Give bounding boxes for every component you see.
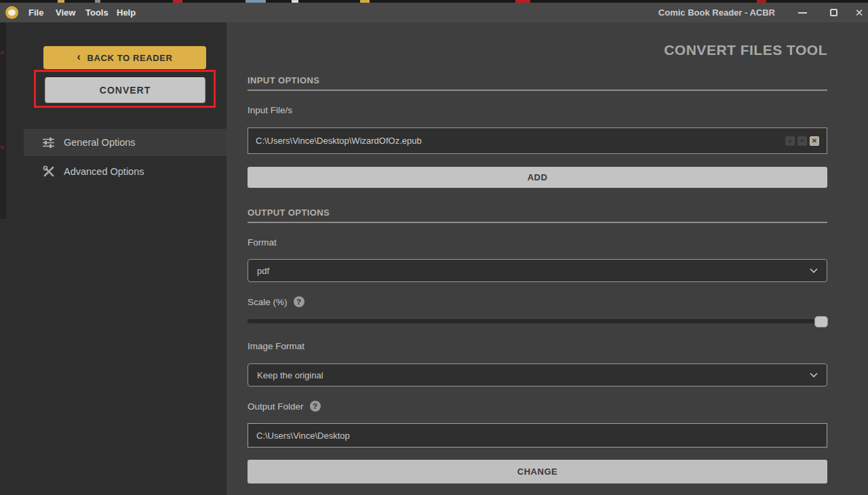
sidebar-item-label: General Options [64,137,136,148]
remove-icon: ✕ [812,137,817,144]
image-format-selected-value: Keep the original [257,370,323,380]
scale-help-icon[interactable]: ? [294,296,304,307]
input-file-item[interactable]: C:\Users\Vince\Desktop\WizardOfOz.epub [256,136,422,146]
sidebar-item-general-options[interactable]: General Options [24,129,226,156]
file-list-controls: ▲ ▼ ✕ [785,136,819,146]
menu-file[interactable]: File [28,3,43,22]
input-options-heading: INPUT OPTIONS [248,75,319,85]
back-to-reader-label: BACK TO READER [87,53,173,63]
menu-view[interactable]: View [56,3,75,22]
add-file-button[interactable]: ADD [248,167,827,188]
desktop-edge-artifact [1,51,4,54]
page-title: CONVERT FILES TOOL [664,42,827,58]
format-label: Format [248,237,277,248]
titlebar: File View Tools Help Comic Book Reader -… [0,3,868,22]
output-folder-help-icon[interactable]: ? [310,401,321,412]
remove-file-button[interactable]: ✕ [810,136,819,146]
chevron-down-icon [810,372,818,378]
image-format-label: Image Format [248,341,304,351]
desktop-left-edge [0,22,6,219]
image-format-select[interactable]: Keep the original [248,363,827,387]
desktop-edge-artifact [1,146,4,149]
maximize-icon [830,9,837,16]
scale-label: Scale (%) [248,297,288,307]
minimize-button[interactable] [792,3,812,22]
output-options-heading: OUTPUT OPTIONS [248,207,330,218]
format-selected-value: pdf [257,266,269,276]
menu-tools[interactable]: Tools [85,3,108,22]
sidebar-item-advanced-options[interactable]: Advanced Options [24,158,226,185]
section-divider [248,222,827,223]
output-folder-label: Output Folder [248,401,304,412]
minimize-icon [798,12,807,14]
sidebar: ‹ BACK TO READER CONVERT General Options [0,22,226,495]
sliders-icon [42,136,55,148]
chevron-left-icon: ‹ [77,51,81,63]
input-files-list[interactable]: C:\Users\Vince\Desktop\WizardOfOz.epub ▲… [248,127,827,154]
app-logo-icon [5,6,18,19]
output-folder-label-row: Output Folder ? [248,401,321,412]
window-title: Comic Book Reader - ACBR [658,3,775,22]
menu-help[interactable]: Help [117,3,136,22]
maximize-button[interactable] [823,3,844,22]
close-icon: ✕ [855,7,864,18]
scale-label-row: Scale (%) ? [248,296,304,307]
scale-slider[interactable] [248,319,827,323]
up-arrow-icon: ▲ [788,138,793,143]
output-folder-input[interactable] [248,423,827,448]
convert-files-panel: CONVERT FILES TOOL INPUT OPTIONS Input F… [226,22,868,495]
back-to-reader-button[interactable]: ‹ BACK TO READER [43,46,206,69]
down-arrow-icon: ▼ [800,138,805,143]
scale-slider-thumb[interactable] [814,316,828,328]
close-button[interactable]: ✕ [849,3,868,22]
annotation-highlight-rect [34,70,216,108]
format-select[interactable]: pdf [248,259,827,282]
section-divider [248,90,827,91]
tools-icon [42,165,55,178]
input-files-label: Input File/s [248,105,292,115]
move-down-button[interactable]: ▼ [797,136,807,146]
change-folder-button[interactable]: CHANGE [248,460,827,483]
sidebar-item-label: Advanced Options [64,166,144,177]
move-up-button[interactable]: ▲ [785,136,795,146]
app-logo-blob [8,9,16,16]
chevron-down-icon [810,268,818,273]
